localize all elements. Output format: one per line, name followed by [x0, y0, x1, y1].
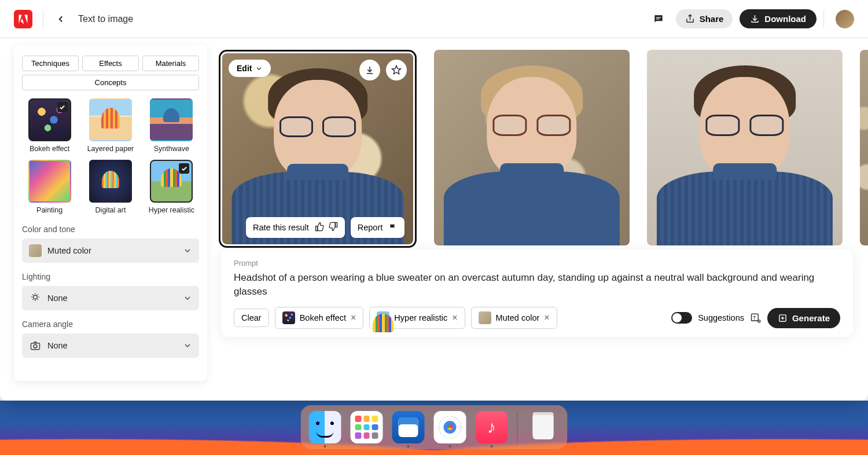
clear-button[interactable]: Clear [234, 309, 269, 327]
suggestions-toggle[interactable] [671, 312, 692, 324]
generate-icon [778, 313, 788, 323]
app-header: Text to image Share Download [0, 0, 868, 38]
dock-launchpad[interactable] [351, 411, 383, 443]
chip-muted-color[interactable]: Muted color × [471, 307, 557, 329]
chevron-down-icon [183, 246, 192, 255]
style-layered-paper[interactable]: Layered paper [83, 98, 138, 153]
svg-point-4 [34, 295, 38, 299]
style-synthwave[interactable]: Synthwave [144, 98, 199, 153]
style-hyper-realistic[interactable]: Hyper realistic [144, 160, 199, 214]
check-icon [179, 163, 189, 174]
flag-icon [388, 223, 398, 232]
lightbulb-icon [29, 292, 42, 304]
generate-button[interactable]: Generate [767, 308, 840, 328]
chip-remove-button[interactable]: × [452, 313, 457, 323]
svg-line-10 [38, 299, 38, 300]
chip-remove-button[interactable]: × [544, 313, 549, 323]
camera-icon [29, 339, 42, 352]
color-tone-label: Color and tone [14, 225, 207, 234]
page-title: Text to image [78, 14, 133, 24]
download-button[interactable]: Download [740, 9, 816, 28]
svg-text:T: T [753, 315, 756, 321]
dock-chrome[interactable] [434, 411, 466, 443]
style-bokeh[interactable]: Bokeh effect [22, 98, 77, 153]
dock-things[interactable] [392, 411, 425, 443]
result-image-4-peek[interactable] [860, 50, 868, 245]
style-painting[interactable]: Painting [22, 160, 77, 214]
favorite-button[interactable] [386, 60, 407, 80]
svg-marker-17 [392, 66, 401, 74]
thumbs-up-button[interactable] [315, 222, 325, 233]
share-label: Share [700, 14, 724, 24]
chip-remove-button[interactable]: × [351, 313, 356, 323]
download-result-button[interactable] [359, 60, 380, 80]
dock-trash[interactable] [527, 411, 560, 443]
divider [823, 10, 824, 28]
prompt-label: Prompt [234, 259, 840, 267]
chip-thumb-icon [479, 311, 491, 324]
check-icon [57, 102, 68, 112]
svg-point-22 [758, 320, 760, 322]
svg-rect-1 [656, 19, 659, 19]
dock-divider [517, 412, 518, 442]
download-label: Download [764, 14, 806, 24]
svg-rect-0 [656, 17, 660, 17]
svg-rect-19 [335, 222, 337, 227]
report-pill[interactable]: Report [351, 217, 405, 238]
macos-dock: ♪ [301, 405, 568, 449]
result-image-1[interactable]: Edit Rate this result [219, 50, 417, 248]
results-area: Edit Rate this result [207, 38, 868, 401]
camera-angle-label: Camera angle [14, 320, 207, 329]
chevron-down-icon [183, 293, 192, 303]
svg-line-12 [38, 295, 38, 295]
chip-thumb-icon [377, 311, 389, 324]
style-digital-art[interactable]: Digital art [83, 160, 138, 214]
text-style-icon[interactable]: T [750, 312, 762, 324]
rate-result-pill: Rate this result [246, 217, 345, 238]
divider [43, 10, 43, 28]
svg-rect-13 [31, 343, 40, 350]
chevron-down-icon [183, 341, 192, 350]
tab-concepts[interactable]: Concepts [22, 75, 199, 90]
dock-finder[interactable] [309, 411, 341, 443]
chip-hyper-realistic[interactable]: Hyper realistic × [369, 307, 465, 329]
tab-techniques[interactable]: Techniques [22, 56, 79, 71]
camera-angle-dropdown[interactable]: None [22, 333, 199, 358]
color-tone-dropdown[interactable]: Muted color [22, 238, 199, 263]
dock-music[interactable]: ♪ [476, 411, 508, 443]
muted-swatch-icon [29, 244, 42, 257]
chip-bokeh-effect[interactable]: Bokeh effect × [275, 307, 364, 329]
app-window: Text to image Share Download Techniques … [0, 0, 868, 401]
result-image-3[interactable] [647, 50, 843, 245]
style-sidebar: Techniques Effects Materials Concepts Bo… [0, 38, 207, 401]
thumbs-down-button[interactable] [328, 222, 338, 233]
svg-rect-18 [315, 226, 317, 231]
chevron-down-icon [255, 65, 263, 72]
adobe-logo[interactable] [14, 10, 32, 28]
svg-point-14 [34, 344, 37, 348]
lighting-dropdown[interactable]: None [22, 286, 199, 310]
comments-icon[interactable] [648, 9, 669, 30]
user-avatar[interactable] [836, 10, 854, 28]
suggestions-label: Suggestions [698, 313, 744, 322]
share-button[interactable]: Share [676, 9, 733, 28]
lighting-label: Lighting [14, 272, 207, 281]
svg-line-11 [32, 299, 33, 300]
svg-line-9 [32, 295, 33, 295]
chip-thumb-icon [282, 311, 295, 324]
edit-button[interactable]: Edit [229, 60, 271, 77]
prompt-bar: Prompt Headshot of a person wearing a bl… [221, 249, 853, 337]
result-image-2[interactable] [434, 50, 630, 245]
back-button[interactable] [54, 12, 68, 26]
tab-effects[interactable]: Effects [82, 56, 139, 71]
tab-materials[interactable]: Materials [142, 56, 199, 71]
prompt-input[interactable]: Headshot of a person wearing a blue swea… [234, 271, 840, 299]
